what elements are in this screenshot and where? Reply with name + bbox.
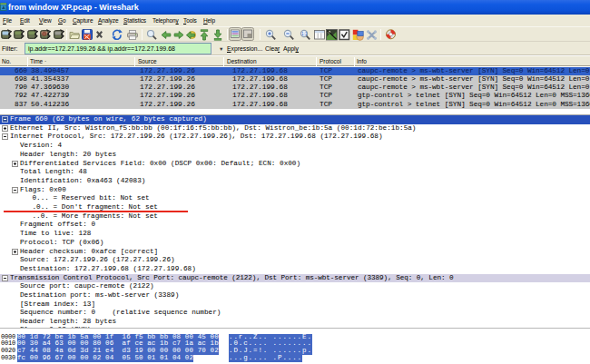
svg-text:1:1: 1:1	[301, 32, 308, 36]
